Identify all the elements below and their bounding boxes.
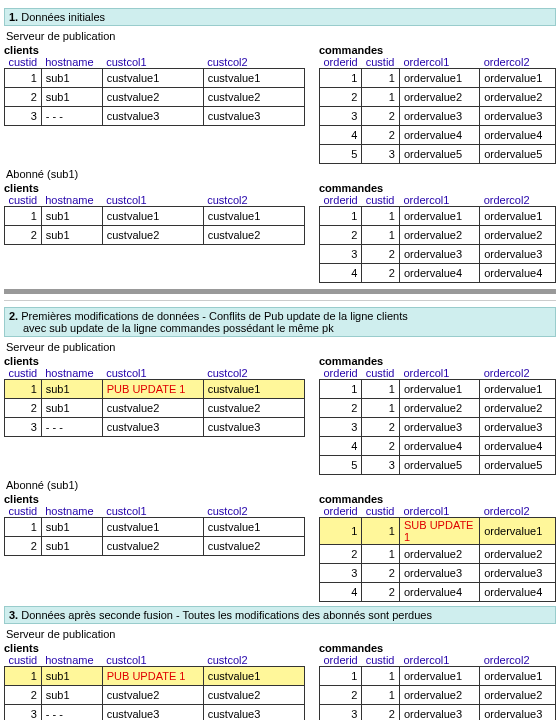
cell: ordervalue2 <box>480 88 556 107</box>
col-header: custid <box>362 654 400 667</box>
cell: custvalue2 <box>203 399 304 418</box>
cell: 2 <box>320 88 362 107</box>
cell: 1 <box>362 667 400 686</box>
cell: 3 <box>5 705 42 721</box>
cell: ordervalue1 <box>480 69 556 88</box>
col-header: orderid <box>320 367 362 380</box>
col-header: custid <box>362 56 400 69</box>
table-title-clients: clients <box>4 44 311 56</box>
col-header: custid <box>5 56 42 69</box>
cell: custvalue3 <box>203 705 304 721</box>
cell: - - - <box>41 107 102 126</box>
cell: ordervalue3 <box>399 564 479 583</box>
section-header: 1. Données initiales <box>4 8 556 26</box>
cell: 2 <box>362 705 400 721</box>
cell: 2 <box>362 107 400 126</box>
col-header: custcol1 <box>102 654 203 667</box>
cell: ordervalue5 <box>399 456 479 475</box>
col-header: custid <box>5 367 42 380</box>
cell: ordervalue2 <box>480 686 556 705</box>
col-header: custcol2 <box>203 367 304 380</box>
table-title-clients: clients <box>4 493 311 505</box>
cell: ordervalue4 <box>399 126 479 145</box>
cell: PUB UPDATE 1 <box>102 667 203 686</box>
cell: sub1 <box>41 226 102 245</box>
cell: 2 <box>362 583 400 602</box>
cell: custvalue2 <box>203 537 304 556</box>
cell: ordervalue3 <box>480 705 556 721</box>
cell: ordervalue4 <box>399 437 479 456</box>
cell: 1 <box>362 226 400 245</box>
cell: 2 <box>5 88 42 107</box>
cell: sub1 <box>41 667 102 686</box>
cell: ordervalue2 <box>399 545 479 564</box>
cell: 2 <box>5 686 42 705</box>
cell: ordervalue4 <box>399 264 479 283</box>
publisher-label: Serveur de publication <box>6 341 556 353</box>
cell: 2 <box>362 418 400 437</box>
table-title-commands: commandes <box>319 44 556 56</box>
cell: 2 <box>320 226 362 245</box>
cell: custvalue1 <box>203 207 304 226</box>
cell: ordervalue3 <box>399 245 479 264</box>
cell: 1 <box>5 518 42 537</box>
cell: custvalue1 <box>203 380 304 399</box>
cell: custvalue3 <box>102 107 203 126</box>
cell: ordervalue3 <box>480 418 556 437</box>
cell: sub1 <box>41 537 102 556</box>
cell: ordervalue2 <box>480 545 556 564</box>
cell: custvalue3 <box>102 705 203 721</box>
col-header: custid <box>5 654 42 667</box>
cell: sub1 <box>41 518 102 537</box>
cell: ordervalue5 <box>399 145 479 164</box>
cell: custvalue2 <box>203 226 304 245</box>
cell: 1 <box>320 380 362 399</box>
cell: 2 <box>5 226 42 245</box>
table-title-clients: clients <box>4 642 311 654</box>
cell: 3 <box>5 418 42 437</box>
cell: ordervalue1 <box>399 667 479 686</box>
col-header: custid <box>5 505 42 518</box>
col-header: ordercol2 <box>480 56 556 69</box>
cell: custvalue1 <box>203 667 304 686</box>
subscriber-label: Abonné (sub1) <box>6 479 556 491</box>
cell: custvalue1 <box>203 69 304 88</box>
cell: 3 <box>320 705 362 721</box>
cell: 3 <box>362 145 400 164</box>
cell: 1 <box>362 207 400 226</box>
cell: ordervalue1 <box>480 380 556 399</box>
cell: 1 <box>362 518 400 545</box>
col-header: custid <box>362 367 400 380</box>
cell: 2 <box>362 245 400 264</box>
cell: 3 <box>5 107 42 126</box>
cell: 1 <box>362 545 400 564</box>
cell: custvalue3 <box>102 418 203 437</box>
cell: custvalue3 <box>203 107 304 126</box>
col-header: ordercol1 <box>399 367 479 380</box>
subscriber-label: Abonné (sub1) <box>6 168 556 180</box>
cell: ordervalue2 <box>480 226 556 245</box>
cell: 1 <box>362 88 400 107</box>
cell: 1 <box>320 667 362 686</box>
cell: ordervalue2 <box>399 226 479 245</box>
table-title-commands: commandes <box>319 493 556 505</box>
cell: 1 <box>320 69 362 88</box>
cell: ordervalue1 <box>480 518 556 545</box>
cell: ordervalue3 <box>480 564 556 583</box>
col-header: hostname <box>41 505 102 518</box>
cell: 4 <box>320 264 362 283</box>
col-header: ordercol2 <box>480 505 556 518</box>
cell: SUB UPDATE 1 <box>399 518 479 545</box>
col-header: custid <box>362 505 400 518</box>
cell: 1 <box>5 667 42 686</box>
table-title-clients: clients <box>4 182 311 194</box>
cell: 2 <box>362 126 400 145</box>
cell: ordervalue2 <box>399 88 479 107</box>
cell: 4 <box>320 583 362 602</box>
clients-table: custidhostnamecustcol1custcol21sub1custv… <box>4 505 305 556</box>
commands-table: orderidcustidordercol1ordercol211orderva… <box>319 654 556 720</box>
col-header: hostname <box>41 56 102 69</box>
cell: ordervalue1 <box>399 69 479 88</box>
cell: ordervalue2 <box>399 399 479 418</box>
col-header: ordercol2 <box>480 654 556 667</box>
